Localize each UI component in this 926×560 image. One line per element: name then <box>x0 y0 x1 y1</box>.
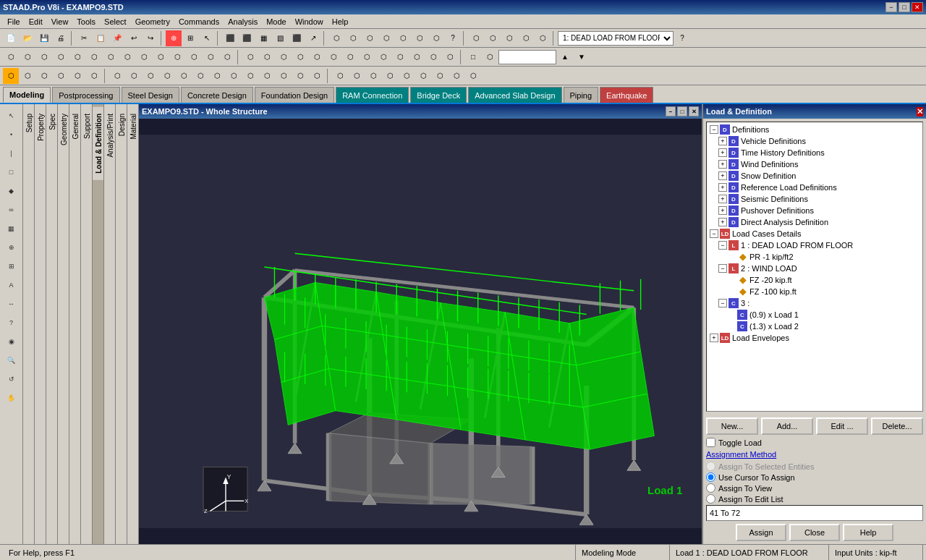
tree-expand-wind[interactable]: + <box>718 160 727 169</box>
menu-item-tools[interactable]: Tools <box>72 16 100 27</box>
t9[interactable]: ⬡ <box>362 30 378 46</box>
menu-item-edit[interactable]: Edit <box>25 16 47 27</box>
menu-item-help[interactable]: Help <box>328 16 353 27</box>
tab-foundation-design[interactable]: Foundation Design <box>255 87 334 103</box>
assign-edit-radio[interactable] <box>706 494 715 504</box>
tree-expand-direct[interactable]: + <box>718 218 727 226</box>
label-icon[interactable]: A <box>3 276 20 294</box>
r21[interactable]: ⬡ <box>342 49 358 65</box>
t2[interactable]: ⬛ <box>239 30 255 46</box>
view3d-icon[interactable]: ◉ <box>3 333 20 350</box>
add-button[interactable]: Add... <box>761 417 813 435</box>
s18[interactable]: ⬡ <box>292 68 308 84</box>
t4[interactable]: ▧ <box>272 30 288 46</box>
close-button[interactable]: ✕ <box>912 2 923 12</box>
tree-expand-history[interactable]: + <box>718 148 727 157</box>
grid-btn[interactable]: ⊞ <box>182 30 198 46</box>
menu-item-geometry[interactable]: Geometry <box>131 16 174 27</box>
t8[interactable]: ⬡ <box>345 30 361 46</box>
s19[interactable]: ⬡ <box>309 68 325 84</box>
vtab-spec[interactable]: Spec <box>46 107 57 137</box>
tree-item-load2_13[interactable]: C(1.3) x Load 2 <box>708 321 921 332</box>
tree-expand-case1[interactable]: − <box>718 241 727 250</box>
t18[interactable]: ⬡ <box>518 30 534 46</box>
toggle-load-checkbox[interactable] <box>706 438 715 447</box>
vtab-design[interactable]: Design <box>116 107 127 143</box>
snap-node[interactable]: ⊞ <box>3 258 20 275</box>
tree-item-fz20[interactable]: ◆FZ -20 kip.ft <box>708 274 921 286</box>
assign-view-radio[interactable] <box>706 483 715 493</box>
menu-item-analysis[interactable]: Analysis <box>224 16 262 27</box>
use-cursor-radio[interactable] <box>706 472 715 482</box>
new-button[interactable]: New... <box>706 417 758 435</box>
r11[interactable]: ⬡ <box>169 49 185 65</box>
r30[interactable]: ▲ <box>557 49 573 65</box>
t11[interactable]: ⬡ <box>395 30 411 46</box>
coord-input[interactable] <box>498 50 556 64</box>
edit-button[interactable]: Edit ... <box>816 417 868 435</box>
r22[interactable]: ⬡ <box>359 49 375 65</box>
vtab-geometry[interactable]: Geometry <box>58 107 69 152</box>
s13[interactable]: ⬡ <box>209 68 225 84</box>
load-dropdown[interactable]: 1: DEAD LOAD FROM FLOOR <box>558 31 674 46</box>
s22[interactable]: ⬡ <box>365 68 381 84</box>
tree-item-fz100[interactable]: ◆FZ -100 kip.ft <box>708 286 921 297</box>
close-panel-button[interactable]: Close <box>789 524 840 541</box>
t1[interactable]: ⬛ <box>222 30 238 46</box>
tree-item-refload[interactable]: +DReference Load Definitions <box>708 182 921 193</box>
vtab-analysis[interactable]: Analysis/Print <box>104 107 115 164</box>
s9[interactable]: ⬡ <box>143 68 158 84</box>
tab-concrete-design[interactable]: Concrete Design <box>181 87 253 103</box>
r20[interactable]: ⬡ <box>326 49 341 65</box>
tree-item-loadcases[interactable]: −LDLoad Cases Details <box>708 228 921 239</box>
minimize-button[interactable]: − <box>885 2 897 12</box>
delete-button[interactable]: Delete... <box>871 417 923 435</box>
s25[interactable]: ⬡ <box>415 68 431 84</box>
tree-expand-case2[interactable]: − <box>718 264 727 273</box>
s6[interactable]: ⬡ <box>86 68 102 84</box>
s27[interactable]: ⬡ <box>449 68 464 84</box>
tree-item-definitions[interactable]: −DDefinitions <box>708 124 921 135</box>
t17[interactable]: ⬡ <box>501 30 517 46</box>
r15[interactable]: ⬡ <box>242 49 258 65</box>
tree-expand-snow[interactable]: + <box>718 171 727 180</box>
tree-item-snow[interactable]: +DSnow Definition <box>708 170 921 182</box>
t5[interactable]: ⬛ <box>289 30 305 46</box>
tree-item-history[interactable]: +DTime History Definitions <box>708 147 921 158</box>
menu-item-file[interactable]: File <box>3 16 25 27</box>
r18[interactable]: ⬡ <box>292 49 308 65</box>
tab-bridge-deck[interactable]: Bridge Deck <box>410 87 467 103</box>
tab-ram-connection[interactable]: RAM Connection <box>336 87 409 103</box>
tree-expand-seismic[interactable]: + <box>718 195 727 203</box>
s3[interactable]: ⬡ <box>36 68 52 84</box>
paste-btn[interactable]: 📌 <box>109 30 125 46</box>
r29[interactable]: ⬡ <box>482 49 498 65</box>
r25[interactable]: ⬡ <box>409 49 425 65</box>
assign-selected-radio[interactable] <box>706 462 715 471</box>
redo-btn[interactable]: ↪ <box>143 30 158 46</box>
t20[interactable]: ? <box>674 30 690 46</box>
s2[interactable]: ⬡ <box>20 68 35 84</box>
r28[interactable]: □ <box>465 49 481 65</box>
s16[interactable]: ⬡ <box>259 68 275 84</box>
tree-item-case2[interactable]: −L2 : WIND LOAD <box>708 263 921 274</box>
r3[interactable]: ⬡ <box>36 49 52 65</box>
cut-btn[interactable]: ✂ <box>76 30 92 46</box>
tree-expand-definitions[interactable]: − <box>710 125 718 134</box>
r1[interactable]: ⬡ <box>3 49 19 65</box>
s7[interactable]: ⬡ <box>109 68 125 84</box>
beam-icon[interactable]: | <box>3 145 20 162</box>
menu-item-mode[interactable]: Mode <box>262 16 291 27</box>
tree-expand-pushover[interactable]: + <box>718 206 727 215</box>
dims-icon[interactable]: ↔ <box>3 295 20 313</box>
tree-item-direct[interactable]: +DDirect Analysis Definition <box>708 216 921 228</box>
s23[interactable]: ⬡ <box>382 68 398 84</box>
t14[interactable]: ? <box>445 30 461 46</box>
s15[interactable]: ⬡ <box>242 68 258 84</box>
s28[interactable]: ⬡ <box>465 68 481 84</box>
help-button[interactable]: Help <box>843 524 893 541</box>
move-icon[interactable]: ⊕ <box>3 239 20 256</box>
tree-expand-loadcases[interactable]: − <box>710 229 718 238</box>
r23[interactable]: ⬡ <box>375 49 391 65</box>
menu-item-select[interactable]: Select <box>100 16 131 27</box>
